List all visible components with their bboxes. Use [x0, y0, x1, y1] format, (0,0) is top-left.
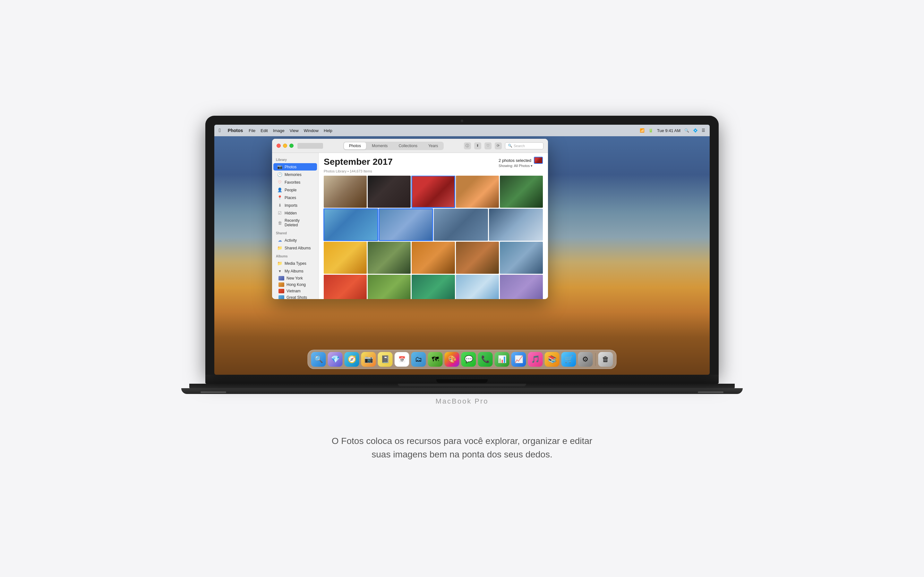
info-button[interactable]: ⓘ: [464, 142, 471, 149]
sidebar-item-memories[interactable]: 🕐 Memories: [273, 171, 317, 178]
sidebar-item-places[interactable]: 📍 Places: [273, 194, 317, 201]
dock-siri[interactable]: 💎: [328, 352, 342, 367]
menu-image[interactable]: Image: [273, 128, 284, 133]
photo-cell-5[interactable]: [500, 176, 543, 208]
dock-safari[interactable]: 🧭: [344, 352, 359, 367]
share-button[interactable]: ⬆: [474, 142, 481, 149]
sidebar-item-recently-deleted[interactable]: 🗑 Recently Deleted: [273, 217, 317, 229]
photo-cell-6[interactable]: [324, 209, 378, 241]
search-box[interactable]: 🔍 Search: [505, 142, 543, 149]
tab-photos[interactable]: Photos: [344, 142, 366, 149]
photo-cell-3[interactable]: [412, 176, 455, 208]
dock-notes[interactable]: 📓: [378, 352, 393, 367]
macbook-stand-top: [189, 384, 735, 388]
dock-calendar[interactable]: 📅: [395, 352, 409, 367]
macbook-hinge: [398, 384, 526, 386]
dock-preferences[interactable]: ⚙: [578, 352, 593, 367]
photo-cell-10[interactable]: [324, 242, 367, 274]
dock-photos[interactable]: 📷: [361, 352, 376, 367]
sidebar-item-people[interactable]: 👤 People: [273, 186, 317, 193]
memories-icon: 🕐: [277, 172, 282, 177]
photo-row-1: [324, 176, 543, 208]
photo-cell-16[interactable]: [368, 275, 411, 299]
sidebar-item-vietnam[interactable]: Vietnam: [272, 288, 318, 294]
photo-15: [324, 275, 367, 299]
tab-collections[interactable]: Collections: [393, 142, 423, 149]
menu-control-icon[interactable]: ☰: [702, 128, 705, 133]
sidebar-item-shared-albums[interactable]: 📁 Shared Albums: [273, 244, 317, 251]
favorite-button[interactable]: ♡: [485, 142, 491, 149]
month-title: September 2017: [324, 157, 393, 167]
tab-moments[interactable]: Moments: [367, 142, 393, 149]
siri-icon[interactable]: 💠: [693, 128, 698, 133]
tab-years[interactable]: Years: [423, 142, 443, 149]
photo-cell-18[interactable]: [456, 275, 499, 299]
dock-numbers[interactable]: 📊: [495, 352, 509, 367]
dock-books[interactable]: 📚: [545, 352, 559, 367]
sidebar-item-new-york[interactable]: New York: [272, 275, 318, 282]
sidebar-item-hidden[interactable]: ☑ Hidden: [273, 210, 317, 217]
menu-view[interactable]: View: [290, 128, 299, 133]
photo-cell-13[interactable]: [456, 242, 499, 274]
photo-cell-2[interactable]: [368, 176, 411, 208]
hong-kong-thumb: [278, 282, 284, 287]
photo-cell-9[interactable]: [489, 209, 543, 241]
dock-keynote[interactable]: 📈: [511, 352, 526, 367]
dock-finder[interactable]: 🔍: [311, 352, 326, 367]
new-york-label: New York: [286, 276, 303, 280]
great-shots-thumb: [278, 295, 284, 299]
photo-cell-4[interactable]: [456, 176, 499, 208]
dock-maps[interactable]: 🗺: [428, 352, 443, 367]
photo-cell-11[interactable]: [368, 242, 411, 274]
favorites-icon: ♡: [277, 180, 282, 185]
sidebar: Library 📷 Photos 🕐 Memories: [272, 153, 318, 299]
dock-facetime[interactable]: 📞: [478, 352, 493, 367]
menu-help[interactable]: Help: [324, 128, 333, 133]
caption: O Fotos coloca os recursos para você exp…: [332, 434, 592, 461]
sidebar-item-photos[interactable]: 📷 Photos: [273, 163, 317, 171]
close-button[interactable]: [276, 143, 281, 148]
library-label: Photos Library: [324, 169, 347, 173]
menu-file[interactable]: File: [249, 128, 255, 133]
apple-logo-icon[interactable]: : [219, 127, 221, 133]
showing-filter[interactable]: Showing: All Photos ▾: [499, 164, 543, 168]
dock-files[interactable]: 🗂: [411, 352, 426, 367]
photo-cell-7[interactable]: [379, 209, 433, 241]
dock-photos2[interactable]: 🎨: [445, 352, 459, 367]
sidebar-item-imports[interactable]: ⬇ Imports: [273, 201, 317, 209]
maximize-button[interactable]: [289, 143, 294, 148]
memories-label: Memories: [284, 172, 302, 177]
sidebar-item-media-types[interactable]: 📁 Media Types: [273, 259, 317, 267]
sidebar-item-great-shots[interactable]: Great Shots: [272, 294, 318, 299]
menu-window[interactable]: Window: [304, 128, 318, 133]
photo-3: [412, 176, 455, 208]
dock-messages[interactable]: 💬: [461, 352, 476, 367]
activity-icon: ☁: [277, 238, 282, 243]
photo-cell-8[interactable]: [434, 209, 488, 241]
search-box-placeholder: Search: [514, 144, 525, 148]
dock-trash[interactable]: 🗑: [598, 352, 613, 367]
app-name[interactable]: Photos: [228, 128, 243, 133]
media-types-label: Media Types: [284, 261, 306, 266]
sidebar-item-favorites[interactable]: ♡ Favorites: [273, 179, 317, 186]
content-header-right: 2 photos selected Showing: All Photos ▾: [499, 157, 543, 168]
sidebar-item-activity[interactable]: ☁ Activity: [273, 237, 317, 244]
screen-bezel:  Photos File Edit Image View Window Hel…: [205, 116, 719, 375]
search-menubar-icon[interactable]: 🔍: [684, 128, 689, 133]
photo-cell-1[interactable]: [324, 176, 367, 208]
menu-edit[interactable]: Edit: [260, 128, 268, 133]
sidebar-item-my-albums[interactable]: ▾ My Albums: [273, 268, 317, 275]
hong-kong-label: Hong Kong: [286, 282, 306, 287]
photo-cell-17[interactable]: [412, 275, 455, 299]
clock: Tue 9:41 AM: [657, 128, 680, 133]
dock-itunes[interactable]: 🎵: [528, 352, 543, 367]
photo-cell-14[interactable]: [500, 242, 543, 274]
minimize-button[interactable]: [283, 143, 287, 148]
photo-cell-15[interactable]: [324, 275, 367, 299]
sidebar-item-hong-kong[interactable]: Hong Kong: [272, 282, 318, 288]
photo-cell-12[interactable]: [412, 242, 455, 274]
photo-cell-19[interactable]: [500, 275, 543, 299]
window-drag-area: [297, 143, 323, 149]
rotate-button[interactable]: ⟳: [495, 142, 502, 149]
dock-appstore[interactable]: 🛒: [561, 352, 576, 367]
